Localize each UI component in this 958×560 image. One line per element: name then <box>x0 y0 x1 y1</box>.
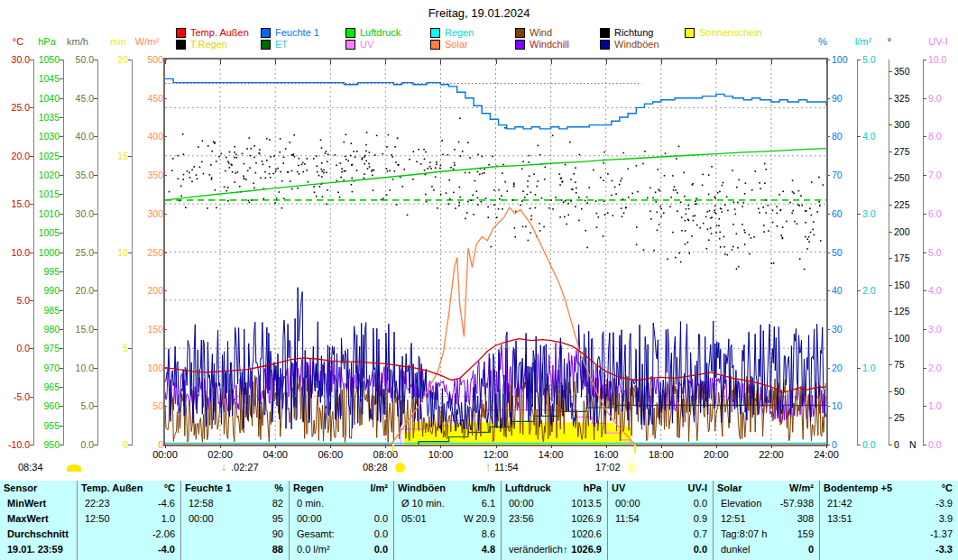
time-tick <box>385 445 386 448</box>
wind-axis-tick <box>94 136 97 137</box>
direction-axis-tick-label: 150 <box>894 280 910 289</box>
humidity-axis-tick-label: 20 <box>832 363 843 372</box>
table-cell-label: 00:00 <box>297 513 322 524</box>
humidity-axis-tick-label: 100 <box>832 55 848 65</box>
wind-axis-tick <box>94 175 97 176</box>
humidity-axis-tick-label: 30 <box>832 325 843 335</box>
wind-axis-tick-label: 40.0 <box>76 132 94 142</box>
pressure-axis-tick <box>60 445 63 445</box>
time-tick <box>661 445 662 448</box>
table-row: 00:0095 <box>181 511 289 527</box>
wind-axis-tick <box>94 368 97 369</box>
time-tick-label: 20:00 <box>704 449 729 460</box>
sunshine-axis-tick-label: 15 <box>117 151 128 161</box>
time-tick-top <box>440 60 441 64</box>
humidity-axis-tick-label: 10 <box>832 401 843 411</box>
humidity-axis-tick-label: 90 <box>832 93 843 103</box>
table-header-unit: °C <box>942 482 953 493</box>
table-cell-label: 00:00 <box>615 498 640 509</box>
legend-swatch-icon <box>345 28 355 38</box>
legend-swatch-icon <box>176 28 186 38</box>
rain-axis-tick <box>857 368 861 369</box>
table-row: -2.06 <box>78 527 180 542</box>
temp-axis-header: °C <box>13 36 23 47</box>
pressure-axis-tick-label: 1040 <box>39 93 60 103</box>
pressure-axis-tick <box>60 290 63 291</box>
direction-axis-tick <box>889 285 892 286</box>
table-cell-label: dunkel <box>721 544 750 555</box>
direction-axis-tick <box>889 391 892 392</box>
pressure-axis-tick <box>60 271 63 272</box>
uv-axis-tick-label: 8.0 <box>928 132 942 142</box>
table-cell-label: 12:58 <box>189 498 214 509</box>
pressure-axis-tick-label: 955 <box>43 420 60 430</box>
table-row: 22:23-4.6 <box>78 496 180 511</box>
pressure-axis-tick <box>60 233 63 234</box>
legend-item-feuchte-1: Feuchte 1 <box>261 27 319 38</box>
legend-swatch-icon <box>176 40 186 50</box>
temp-axis-tick <box>30 204 33 205</box>
wind-axis-tick-label: 30.0 <box>76 209 94 219</box>
legend-item-temp-au-en: Temp. Außen <box>176 27 249 38</box>
uv-axis-tick-label: 6.0 <box>928 209 942 219</box>
wind-axis-tick <box>94 214 97 215</box>
uv-axis-tick-label: 5.0 <box>928 247 942 257</box>
legend-label: UV <box>360 39 373 50</box>
direction-axis-tick <box>889 151 892 152</box>
rain-axis-tick-label: 3.0 <box>862 209 876 219</box>
direction-axis-tick-label: 50 <box>894 387 905 397</box>
time-tick-top <box>661 60 662 64</box>
legend-swatch-icon <box>515 28 525 38</box>
humidity-axis-tick-label: 80 <box>832 132 843 142</box>
table-row: 00:000.0 <box>608 496 713 511</box>
chart-plot-area <box>165 60 826 445</box>
table-column-solar: SolarW/m²Elevation-57.93812:51308Tag:8:0… <box>713 481 819 560</box>
time-tick-label: 10:00 <box>428 449 454 460</box>
sunrise-time-left: 08:34 <box>18 462 43 473</box>
table-header-row: Bodentemp +5°C <box>820 481 958 496</box>
direction-axis-line <box>889 60 889 445</box>
table-cell-value: 0 <box>808 544 814 555</box>
time-tick-top <box>220 60 221 64</box>
direction-axis-tick <box>889 205 892 206</box>
pressure-axis-tick-label: 1005 <box>39 228 60 238</box>
table-row: -4.0 <box>78 542 180 557</box>
table-cell-label: 23:56 <box>509 513 534 524</box>
legend-label: T.Regen <box>190 39 227 50</box>
summary-table: SensorMinWertMaxWertDurchschnitt19.01. 2… <box>0 481 958 560</box>
temp-axis-tick <box>30 60 33 60</box>
legend-item-luftdruck: Luftdruck <box>345 27 401 38</box>
series-humidity <box>165 78 826 128</box>
table-cell-label: 05:01 <box>401 513 427 524</box>
legend-label: Richtung <box>614 27 653 38</box>
direction-axis-tick-label: 200 <box>894 226 910 236</box>
rain-axis-tick-label: 2.0 <box>862 286 876 296</box>
table-row: Durchschnitt <box>0 527 77 542</box>
legend-swatch-icon <box>600 40 610 50</box>
legend-label: Windchill <box>530 39 569 50</box>
wind-axis-tick-label: 10.0 <box>76 363 94 372</box>
pressure-axis-tick-label: 960 <box>43 401 60 411</box>
temp-axis-tick-label: 0.0 <box>16 344 30 353</box>
table-cell-value: 1013.5 <box>571 498 602 509</box>
table-column-regen: Regenl/m²0 min.00:000.0Gesamt:0.00.0 l/m… <box>289 481 393 560</box>
pressure-axis-header: hPa <box>38 36 56 47</box>
legend-swatch-icon <box>345 40 355 50</box>
table-header-unit: km/h <box>472 482 495 493</box>
wind-axis-tick <box>94 252 97 253</box>
table-cell-value: 0.0 <box>374 544 388 555</box>
table-cell-value: 8.6 <box>482 528 495 539</box>
pressure-axis-tick <box>60 194 63 195</box>
legend-swatch-icon <box>600 28 610 38</box>
table-cell-label: 12:51 <box>721 513 746 524</box>
rain-axis-tick <box>857 214 861 215</box>
table-header-row: LuftdruckhPa <box>502 481 607 496</box>
rain-axis-tick-label: 0.0 <box>862 440 876 450</box>
direction-axis-tick-label: 125 <box>894 307 910 317</box>
legend-item-richtung: Richtung <box>600 27 653 38</box>
table-cell-label: 0.0 l/m² <box>297 544 330 555</box>
direction-axis-tick <box>889 178 892 179</box>
uv-axis-tick <box>923 214 926 215</box>
sunrise-axis-tick <box>392 445 394 453</box>
temp-axis-tick-label: 30.0 <box>12 55 30 65</box>
